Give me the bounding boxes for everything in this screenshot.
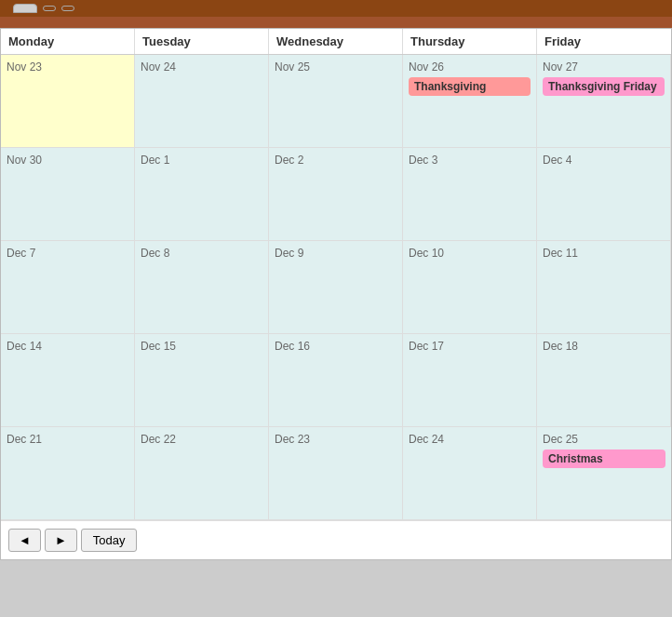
cell-date: Nov 23 xyxy=(7,60,128,74)
cell-date: Dec 8 xyxy=(141,247,262,260)
day-header-thursday: Thursday xyxy=(403,29,537,54)
cell-date: Dec 9 xyxy=(275,247,396,260)
cell-date: Nov 30 xyxy=(7,154,128,167)
cell-date: Dec 16 xyxy=(275,340,396,353)
cell-date: Dec 1 xyxy=(141,154,262,167)
cell-date: Dec 10 xyxy=(409,247,531,260)
day-header-tuesday: Tuesday xyxy=(135,29,269,54)
cell-date: Dec 2 xyxy=(275,154,396,167)
nav-bar: ◄ ► Today xyxy=(1,520,671,559)
cal-cell[interactable]: Dec 8 xyxy=(135,241,269,334)
cal-cell[interactable]: Dec 15 xyxy=(135,334,269,427)
cell-date: Dec 18 xyxy=(543,340,665,353)
event-pill-thanksgiving-friday[interactable]: Thanksgiving Friday xyxy=(543,77,665,96)
cal-cell[interactable]: Dec 14 xyxy=(1,334,135,427)
cell-date: Dec 17 xyxy=(409,340,531,353)
cell-date: Nov 27 xyxy=(543,60,665,74)
cal-cell[interactable]: Dec 2 xyxy=(269,148,403,241)
cell-date: Nov 24 xyxy=(141,60,262,74)
day-header-friday: Friday xyxy=(537,29,671,54)
next-button[interactable]: ► xyxy=(45,529,77,552)
cal-cell[interactable]: Dec 7 xyxy=(1,241,135,334)
cell-date: Dec 3 xyxy=(409,154,531,167)
cal-cell[interactable]: Dec 25Christmas xyxy=(537,427,671,520)
cal-cell[interactable]: Dec 1 xyxy=(135,148,269,241)
cell-date: Nov 25 xyxy=(275,60,396,74)
cal-cell[interactable]: Dec 17 xyxy=(403,334,537,427)
calendar-bar xyxy=(0,17,672,28)
cell-date: Dec 7 xyxy=(7,247,128,260)
cal-cell[interactable]: Nov 24 xyxy=(135,55,269,148)
cell-date: Dec 21 xyxy=(7,433,128,446)
cal-cell[interactable]: Dec 3 xyxy=(403,148,537,241)
day-header-wednesday: Wednesday xyxy=(269,29,403,54)
cal-cell[interactable]: Dec 23 xyxy=(269,427,403,520)
cal-cell[interactable]: Dec 10 xyxy=(403,241,537,334)
cal-cell[interactable]: Dec 18 xyxy=(537,334,671,427)
cal-cell[interactable]: Nov 27Thanksgiving Friday xyxy=(537,55,671,148)
cal-cell[interactable]: Nov 25 xyxy=(269,55,403,148)
cal-cell[interactable]: Dec 4 xyxy=(537,148,671,241)
cal-cell[interactable]: Dec 16 xyxy=(269,334,403,427)
prev-button[interactable]: ◄ xyxy=(8,529,41,552)
calendar-grid: Nov 23Nov 24Nov 25Nov 26ThanksgivingNov … xyxy=(1,55,671,520)
day-headers: MondayTuesdayWednesdayThursdayFriday xyxy=(1,29,671,55)
cal-cell[interactable]: Nov 23 xyxy=(1,55,135,148)
event-pill-thanksgiving[interactable]: Thanksgiving xyxy=(409,77,531,96)
cal-cell[interactable]: Nov 26Thanksgiving xyxy=(403,55,537,148)
cal-cell[interactable]: Dec 11 xyxy=(537,241,671,334)
cell-date: Dec 4 xyxy=(543,154,665,167)
calendar-container: MondayTuesdayWednesdayThursdayFriday Nov… xyxy=(0,28,672,560)
day-header-monday: Monday xyxy=(1,29,135,54)
today-button[interactable]: Today xyxy=(81,529,138,552)
cell-date: Dec 11 xyxy=(543,247,665,260)
cell-date: Dec 24 xyxy=(409,433,531,446)
cal-cell[interactable]: Dec 22 xyxy=(135,427,269,520)
top-bar xyxy=(0,0,672,17)
cal-cell[interactable]: Dec 21 xyxy=(1,427,135,520)
cal-cell[interactable]: Dec 9 xyxy=(269,241,403,334)
cal-cell[interactable]: Dec 24 xyxy=(403,427,537,520)
cell-date: Dec 15 xyxy=(141,340,262,353)
cell-date: Dec 23 xyxy=(275,433,396,446)
cell-date: Dec 25 xyxy=(543,433,665,446)
dashboard-tab[interactable] xyxy=(13,4,37,13)
add-tab-button[interactable] xyxy=(43,6,56,11)
cell-date: Dec 22 xyxy=(141,433,262,446)
settings-top-button[interactable] xyxy=(61,6,74,11)
cell-date: Dec 14 xyxy=(7,340,128,353)
cal-cell[interactable]: Nov 30 xyxy=(1,148,135,241)
event-pill-christmas[interactable]: Christmas xyxy=(543,449,665,468)
cell-date: Nov 26 xyxy=(409,60,531,74)
